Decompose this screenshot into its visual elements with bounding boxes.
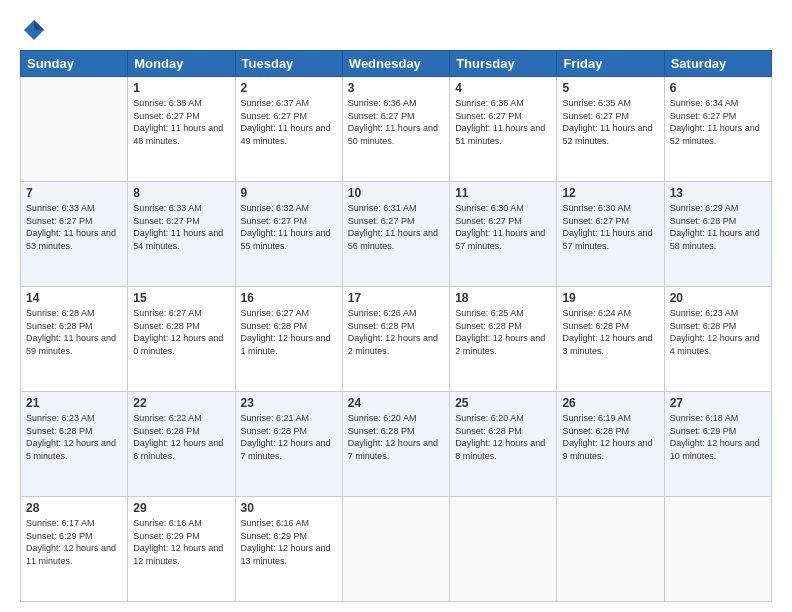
day-info: Sunrise: 6:27 AM Sunset: 6:28 PM Dayligh… [241,307,337,357]
day-number: 27 [670,396,766,410]
day-number: 26 [562,396,658,410]
table-row [450,497,557,602]
day-info: Sunrise: 6:33 AM Sunset: 6:27 PM Dayligh… [133,202,229,252]
table-row: 19Sunrise: 6:24 AM Sunset: 6:28 PM Dayli… [557,287,664,392]
day-info: Sunrise: 6:21 AM Sunset: 6:28 PM Dayligh… [241,412,337,462]
day-info: Sunrise: 6:16 AM Sunset: 6:29 PM Dayligh… [133,517,229,567]
table-row: 30Sunrise: 6:16 AM Sunset: 6:29 PM Dayli… [235,497,342,602]
day-number: 30 [241,501,337,515]
table-row: 13Sunrise: 6:29 AM Sunset: 6:28 PM Dayli… [664,182,771,287]
header [20,16,772,44]
calendar-table: Sunday Monday Tuesday Wednesday Thursday… [20,50,772,602]
day-info: Sunrise: 6:32 AM Sunset: 6:27 PM Dayligh… [241,202,337,252]
col-friday: Friday [557,51,664,77]
day-info: Sunrise: 6:22 AM Sunset: 6:28 PM Dayligh… [133,412,229,462]
day-number: 18 [455,291,551,305]
day-number: 16 [241,291,337,305]
day-info: Sunrise: 6:35 AM Sunset: 6:27 PM Dayligh… [562,97,658,147]
day-number: 17 [348,291,444,305]
day-info: Sunrise: 6:30 AM Sunset: 6:27 PM Dayligh… [455,202,551,252]
day-number: 23 [241,396,337,410]
day-info: Sunrise: 6:37 AM Sunset: 6:27 PM Dayligh… [241,97,337,147]
day-info: Sunrise: 6:25 AM Sunset: 6:28 PM Dayligh… [455,307,551,357]
day-number: 22 [133,396,229,410]
day-number: 9 [241,186,337,200]
calendar-week-row: 7Sunrise: 6:33 AM Sunset: 6:27 PM Daylig… [21,182,772,287]
day-info: Sunrise: 6:33 AM Sunset: 6:27 PM Dayligh… [26,202,122,252]
table-row: 26Sunrise: 6:19 AM Sunset: 6:28 PM Dayli… [557,392,664,497]
day-info: Sunrise: 6:36 AM Sunset: 6:27 PM Dayligh… [455,97,551,147]
day-info: Sunrise: 6:16 AM Sunset: 6:29 PM Dayligh… [241,517,337,567]
table-row: 17Sunrise: 6:26 AM Sunset: 6:28 PM Dayli… [342,287,449,392]
day-number: 5 [562,81,658,95]
day-number: 6 [670,81,766,95]
page: Sunday Monday Tuesday Wednesday Thursday… [0,0,792,612]
day-info: Sunrise: 6:29 AM Sunset: 6:28 PM Dayligh… [670,202,766,252]
day-number: 3 [348,81,444,95]
day-number: 24 [348,396,444,410]
day-number: 11 [455,186,551,200]
day-info: Sunrise: 6:17 AM Sunset: 6:29 PM Dayligh… [26,517,122,567]
day-info: Sunrise: 6:20 AM Sunset: 6:28 PM Dayligh… [455,412,551,462]
day-number: 15 [133,291,229,305]
table-row: 5Sunrise: 6:35 AM Sunset: 6:27 PM Daylig… [557,77,664,182]
calendar-header-row: Sunday Monday Tuesday Wednesday Thursday… [21,51,772,77]
table-row: 4Sunrise: 6:36 AM Sunset: 6:27 PM Daylig… [450,77,557,182]
day-info: Sunrise: 6:18 AM Sunset: 6:29 PM Dayligh… [670,412,766,462]
calendar-week-row: 21Sunrise: 6:23 AM Sunset: 6:28 PM Dayli… [21,392,772,497]
table-row: 11Sunrise: 6:30 AM Sunset: 6:27 PM Dayli… [450,182,557,287]
day-number: 2 [241,81,337,95]
col-thursday: Thursday [450,51,557,77]
logo-icon [20,16,48,44]
day-number: 19 [562,291,658,305]
table-row: 7Sunrise: 6:33 AM Sunset: 6:27 PM Daylig… [21,182,128,287]
day-info: Sunrise: 6:26 AM Sunset: 6:28 PM Dayligh… [348,307,444,357]
day-number: 20 [670,291,766,305]
table-row: 6Sunrise: 6:34 AM Sunset: 6:27 PM Daylig… [664,77,771,182]
day-number: 4 [455,81,551,95]
day-info: Sunrise: 6:23 AM Sunset: 6:28 PM Dayligh… [26,412,122,462]
day-number: 28 [26,501,122,515]
day-info: Sunrise: 6:27 AM Sunset: 6:28 PM Dayligh… [133,307,229,357]
day-number: 10 [348,186,444,200]
day-info: Sunrise: 6:36 AM Sunset: 6:27 PM Dayligh… [348,97,444,147]
day-number: 14 [26,291,122,305]
table-row: 20Sunrise: 6:23 AM Sunset: 6:28 PM Dayli… [664,287,771,392]
day-info: Sunrise: 6:19 AM Sunset: 6:28 PM Dayligh… [562,412,658,462]
col-sunday: Sunday [21,51,128,77]
table-row [342,497,449,602]
col-wednesday: Wednesday [342,51,449,77]
table-row: 8Sunrise: 6:33 AM Sunset: 6:27 PM Daylig… [128,182,235,287]
calendar-week-row: 1Sunrise: 6:38 AM Sunset: 6:27 PM Daylig… [21,77,772,182]
table-row: 29Sunrise: 6:16 AM Sunset: 6:29 PM Dayli… [128,497,235,602]
table-row: 16Sunrise: 6:27 AM Sunset: 6:28 PM Dayli… [235,287,342,392]
day-number: 29 [133,501,229,515]
day-number: 8 [133,186,229,200]
table-row: 22Sunrise: 6:22 AM Sunset: 6:28 PM Dayli… [128,392,235,497]
day-number: 12 [562,186,658,200]
col-monday: Monday [128,51,235,77]
day-info: Sunrise: 6:34 AM Sunset: 6:27 PM Dayligh… [670,97,766,147]
col-saturday: Saturday [664,51,771,77]
table-row: 18Sunrise: 6:25 AM Sunset: 6:28 PM Dayli… [450,287,557,392]
calendar-week-row: 28Sunrise: 6:17 AM Sunset: 6:29 PM Dayli… [21,497,772,602]
table-row [557,497,664,602]
svg-marker-1 [34,20,44,30]
day-info: Sunrise: 6:24 AM Sunset: 6:28 PM Dayligh… [562,307,658,357]
table-row: 14Sunrise: 6:28 AM Sunset: 6:28 PM Dayli… [21,287,128,392]
logo [20,16,52,44]
table-row: 15Sunrise: 6:27 AM Sunset: 6:28 PM Dayli… [128,287,235,392]
table-row: 24Sunrise: 6:20 AM Sunset: 6:28 PM Dayli… [342,392,449,497]
day-info: Sunrise: 6:30 AM Sunset: 6:27 PM Dayligh… [562,202,658,252]
day-number: 21 [26,396,122,410]
calendar-week-row: 14Sunrise: 6:28 AM Sunset: 6:28 PM Dayli… [21,287,772,392]
table-row: 27Sunrise: 6:18 AM Sunset: 6:29 PM Dayli… [664,392,771,497]
table-row: 1Sunrise: 6:38 AM Sunset: 6:27 PM Daylig… [128,77,235,182]
table-row: 10Sunrise: 6:31 AM Sunset: 6:27 PM Dayli… [342,182,449,287]
day-info: Sunrise: 6:38 AM Sunset: 6:27 PM Dayligh… [133,97,229,147]
table-row: 3Sunrise: 6:36 AM Sunset: 6:27 PM Daylig… [342,77,449,182]
day-number: 25 [455,396,551,410]
day-info: Sunrise: 6:20 AM Sunset: 6:28 PM Dayligh… [348,412,444,462]
col-tuesday: Tuesday [235,51,342,77]
table-row [21,77,128,182]
